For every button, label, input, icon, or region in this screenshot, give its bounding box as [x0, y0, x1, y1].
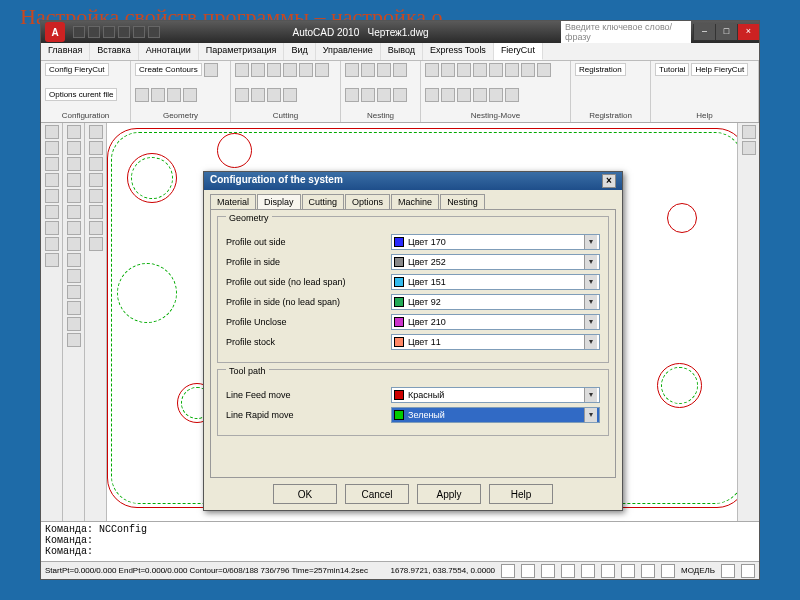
- tool-icon[interactable]: [67, 269, 81, 283]
- config-fierycut-button[interactable]: Config FieryCut: [45, 63, 109, 76]
- move-icon[interactable]: [457, 63, 471, 77]
- tool-icon[interactable]: [67, 253, 81, 267]
- status-toggle-icon[interactable]: [541, 564, 555, 578]
- tool-icon[interactable]: [67, 317, 81, 331]
- dialog-tab-cutting[interactable]: Cutting: [302, 194, 345, 209]
- nesting-icon[interactable]: [393, 63, 407, 77]
- tool-icon[interactable]: [89, 173, 103, 187]
- status-toggle-icon[interactable]: [581, 564, 595, 578]
- status-toggle-icon[interactable]: [661, 564, 675, 578]
- ribbon-tab-insert[interactable]: Вставка: [90, 43, 138, 60]
- chevron-down-icon[interactable]: ▾: [584, 255, 597, 269]
- tool-icon[interactable]: [89, 221, 103, 235]
- nesting-icon[interactable]: [393, 88, 407, 102]
- cutting-icon[interactable]: [283, 88, 297, 102]
- tool-icon[interactable]: [45, 173, 59, 187]
- help-search-input[interactable]: Введите ключевое слово/фразу: [561, 21, 691, 43]
- cutting-icon[interactable]: [299, 63, 313, 77]
- geometry-icon[interactable]: [183, 88, 197, 102]
- color-combo[interactable]: Цвет 92▾: [391, 294, 600, 310]
- move-icon[interactable]: [473, 88, 487, 102]
- geometry-icon[interactable]: [167, 88, 181, 102]
- tool-icon[interactable]: [45, 125, 59, 139]
- tool-icon[interactable]: [67, 221, 81, 235]
- geometry-icon[interactable]: [204, 63, 218, 77]
- nesting-icon[interactable]: [345, 63, 359, 77]
- tutorial-button[interactable]: Tutorial: [655, 63, 689, 76]
- tool-icon[interactable]: [67, 157, 81, 171]
- tool-icon[interactable]: [45, 237, 59, 251]
- move-icon[interactable]: [489, 63, 503, 77]
- move-icon[interactable]: [505, 63, 519, 77]
- status-toggle-icon[interactable]: [521, 564, 535, 578]
- qat-new-icon[interactable]: [73, 26, 85, 38]
- ribbon-tab-view[interactable]: Вид: [284, 43, 315, 60]
- move-icon[interactable]: [441, 88, 455, 102]
- close-button[interactable]: ×: [737, 24, 759, 40]
- dialog-tab-material[interactable]: Material: [210, 194, 256, 209]
- cutting-icon[interactable]: [235, 88, 249, 102]
- color-combo[interactable]: Зеленый▾: [391, 407, 600, 423]
- status-toggle-icon[interactable]: [561, 564, 575, 578]
- tool-icon[interactable]: [67, 237, 81, 251]
- chevron-down-icon[interactable]: ▾: [584, 275, 597, 289]
- cutting-icon[interactable]: [283, 63, 297, 77]
- ribbon-tab-parametric[interactable]: Параметризация: [199, 43, 285, 60]
- ribbon-tab-output[interactable]: Вывод: [381, 43, 423, 60]
- status-toggle-icon[interactable]: [601, 564, 615, 578]
- tool-icon[interactable]: [67, 173, 81, 187]
- nesting-icon[interactable]: [361, 88, 375, 102]
- qat-open-icon[interactable]: [88, 26, 100, 38]
- status-toggle-icon[interactable]: [721, 564, 735, 578]
- chevron-down-icon[interactable]: ▾: [584, 315, 597, 329]
- move-icon[interactable]: [473, 63, 487, 77]
- tool-icon[interactable]: [67, 205, 81, 219]
- help-fierycut-button[interactable]: Help FieryCut: [691, 63, 748, 76]
- ribbon-tab-home[interactable]: Главная: [41, 43, 90, 60]
- ribbon-tab-express[interactable]: Express Tools: [423, 43, 494, 60]
- chevron-down-icon[interactable]: ▾: [584, 235, 597, 249]
- apply-button[interactable]: Apply: [417, 484, 481, 504]
- dialog-close-button[interactable]: ×: [602, 174, 616, 188]
- move-icon[interactable]: [505, 88, 519, 102]
- move-icon[interactable]: [441, 63, 455, 77]
- color-combo[interactable]: Красный▾: [391, 387, 600, 403]
- move-icon[interactable]: [489, 88, 503, 102]
- tool-icon[interactable]: [67, 285, 81, 299]
- app-logo[interactable]: A: [45, 22, 65, 42]
- tool-icon[interactable]: [45, 205, 59, 219]
- tool-icon[interactable]: [45, 221, 59, 235]
- tool-icon[interactable]: [89, 125, 103, 139]
- ribbon-tab-fierycut[interactable]: FieryCut: [494, 43, 543, 60]
- move-icon[interactable]: [425, 63, 439, 77]
- tool-icon[interactable]: [67, 301, 81, 315]
- tool-icon[interactable]: [45, 189, 59, 203]
- ribbon-tab-annotate[interactable]: Аннотации: [139, 43, 199, 60]
- cancel-button[interactable]: Cancel: [345, 484, 409, 504]
- dialog-tab-machine[interactable]: Machine: [391, 194, 439, 209]
- nesting-icon[interactable]: [345, 88, 359, 102]
- geometry-icon[interactable]: [135, 88, 149, 102]
- qat-print-icon[interactable]: [148, 26, 160, 38]
- nesting-icon[interactable]: [377, 63, 391, 77]
- nesting-icon[interactable]: [377, 88, 391, 102]
- tool-icon[interactable]: [89, 141, 103, 155]
- cutting-icon[interactable]: [251, 88, 265, 102]
- dialog-tab-options[interactable]: Options: [345, 194, 390, 209]
- command-line[interactable]: Команда: NCConfig Команда: Команда:: [41, 521, 759, 561]
- tool-icon[interactable]: [45, 141, 59, 155]
- qat-undo-icon[interactable]: [118, 26, 130, 38]
- status-toggle-icon[interactable]: [621, 564, 635, 578]
- chevron-down-icon[interactable]: ▾: [584, 408, 597, 422]
- tool-icon[interactable]: [89, 237, 103, 251]
- move-icon[interactable]: [425, 88, 439, 102]
- cutting-icon[interactable]: [235, 63, 249, 77]
- chevron-down-icon[interactable]: ▾: [584, 388, 597, 402]
- tool-icon[interactable]: [67, 141, 81, 155]
- ok-button[interactable]: OK: [273, 484, 337, 504]
- status-model[interactable]: МОДЕЛЬ: [681, 566, 715, 575]
- cutting-icon[interactable]: [251, 63, 265, 77]
- ribbon-tab-manage[interactable]: Управление: [316, 43, 381, 60]
- tool-icon[interactable]: [45, 253, 59, 267]
- color-combo[interactable]: Цвет 252▾: [391, 254, 600, 270]
